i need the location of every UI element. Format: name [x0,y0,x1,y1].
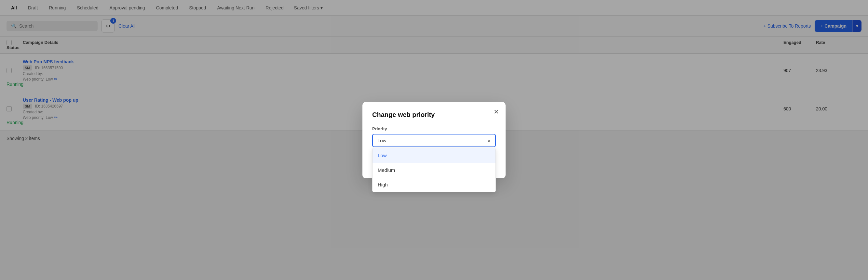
priority-select[interactable]: Low [372,134,496,146]
priority-selected-value: Low [377,138,386,143]
change-web-priority-modal: Change web priority ✕ Priority Low Low M… [363,102,505,146]
modal-overlay[interactable]: Change web priority ✕ Priority Low Low M… [0,0,868,146]
modal-close-button[interactable]: ✕ [494,108,499,115]
chevron-up-icon [487,138,491,143]
priority-select-container: Low Low Medium High [372,134,496,146]
modal-title: Change web priority [372,111,496,118]
priority-label: Priority [372,126,496,131]
